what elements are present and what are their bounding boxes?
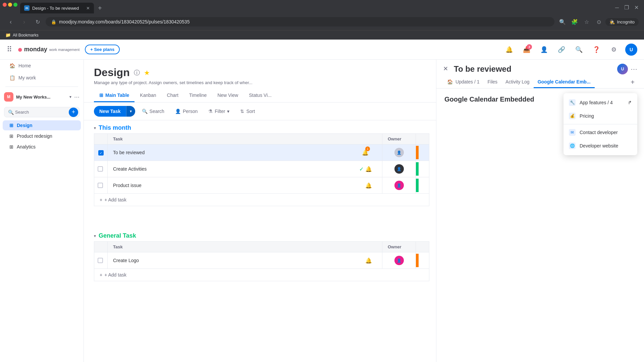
tab-kanban[interactable]: Kanban (135, 89, 161, 102)
table-row[interactable]: Product issue 🔔 👤 (94, 177, 429, 194)
integrations-icon[interactable]: 🔗 (555, 44, 568, 56)
row-checkbox-3[interactable] (94, 177, 108, 194)
dropdown-item-pricing[interactable]: 💰 Pricing (564, 109, 637, 123)
new-tab-btn[interactable]: + (95, 3, 105, 13)
minimize-btn[interactable] (8, 3, 12, 7)
forward-btn[interactable]: › (19, 16, 30, 27)
user-avatar[interactable]: U (625, 44, 637, 56)
row-checkbox-2[interactable] (94, 161, 108, 177)
tab-main-table[interactable]: ⊞ Main Table (94, 89, 135, 102)
active-tab[interactable]: m Design - To be reviewed ✕ (20, 3, 94, 13)
task-name-cell-3[interactable]: Product issue 🔔 (108, 177, 382, 194)
restore-window-btn[interactable]: ❐ (624, 4, 629, 11)
table-row[interactable]: ✓ To be reviewed 🔔 1 👤 (94, 144, 429, 161)
tab-new-view-label: New View (217, 93, 238, 98)
owner-avatar-1[interactable]: 👤 (394, 148, 404, 157)
tab-chart-label: Chart (167, 93, 178, 98)
board-star-icon[interactable]: ★ (144, 69, 150, 77)
tab-chart[interactable]: Chart (162, 89, 184, 102)
add-task-row-2[interactable]: + + Add task (94, 269, 429, 281)
notify-icon-logo[interactable]: 🔔 (365, 257, 372, 264)
panel-tab-activity[interactable]: Activity Log (501, 76, 534, 88)
new-task-dropdown-btn[interactable]: ▾ (126, 106, 135, 117)
panel-tab-files[interactable]: Files (484, 76, 502, 88)
sidebar-search-input[interactable]: Search (4, 107, 79, 117)
address-bar[interactable]: 🔒 moodjoy.monday.com/boards/1830420525/p… (46, 17, 554, 26)
close-window-btn[interactable]: ✕ (634, 4, 639, 11)
profile-circle-icon[interactable]: ⊙ (593, 16, 604, 27)
sidebar-mywork-item[interactable]: 📋 My work (3, 72, 81, 83)
dropdown-item-developer-website[interactable]: 🌐 Developer website (564, 139, 637, 153)
group-title-general-task[interactable]: General Task (99, 232, 136, 239)
group-title-this-month[interactable]: This month (99, 124, 131, 131)
workspace-chevron-icon: ▾ (69, 95, 71, 99)
dropdown-item-contact[interactable]: ✉ Contact developer (564, 126, 637, 139)
add-task-row-1[interactable]: + + Add task (94, 194, 429, 206)
minimize-window-btn[interactable]: ─ (615, 5, 619, 11)
board-item-analytics[interactable]: ⊞ Analytics (3, 142, 81, 152)
checkbox-unchecked-3[interactable] (98, 183, 103, 188)
dropdown-item-label-contact: Contact developer (580, 130, 618, 135)
workspace-more-icon[interactable]: ⋯ (74, 94, 79, 100)
new-task-btn[interactable]: New Task (94, 106, 126, 117)
panel-tab-gcal[interactable]: Google Calendar Emb... (534, 76, 595, 88)
row-checkbox[interactable]: ✓ (94, 144, 108, 161)
maximize-btn[interactable] (13, 3, 17, 7)
tab-timeline[interactable]: Timeline (184, 89, 212, 102)
tab-new-view[interactable]: New View (212, 89, 244, 102)
tab-close-icon[interactable]: ✕ (86, 6, 90, 11)
checkbox-logo[interactable] (98, 258, 103, 263)
people-icon[interactable]: 👤 (538, 44, 550, 56)
notify-icon-2[interactable]: 🔔 (365, 166, 372, 172)
sidebar-home-item[interactable]: 🏠 Home (3, 60, 81, 71)
bell-icon[interactable]: 🔔 (503, 44, 515, 56)
tab-status-vi[interactable]: Status Vi... (244, 89, 277, 102)
group-collapse-icon-2[interactable]: ▾ (94, 234, 96, 238)
board-item-design[interactable]: ⊞ Design (3, 120, 81, 130)
inbox-icon[interactable]: 📥 3 (521, 44, 533, 56)
panel-content-title-text: Google Calendar Embedded (444, 96, 534, 103)
search-toolbar-btn[interactable]: 🔍 Search (138, 106, 168, 116)
status-cell-logo (416, 252, 429, 269)
panel-close-btn[interactable]: ✕ (443, 65, 448, 72)
panel-tab-updates[interactable]: 🏠 Updates / 1 (443, 76, 484, 88)
sort-toolbar-btn[interactable]: ⇅ Sort (236, 106, 259, 116)
table-row[interactable]: Create Activities ✓ 🔔 👤 (94, 161, 429, 177)
group-collapse-icon[interactable]: ▾ (94, 126, 96, 130)
panel-more-options-btn[interactable]: ⋯ (631, 65, 637, 73)
dropdown-item-label-app: App features / 4 (580, 100, 613, 105)
sidebar-add-btn[interactable]: + (69, 108, 78, 117)
search-top-icon[interactable]: 🔍 (573, 44, 585, 56)
filter-toolbar-btn[interactable]: ⚗ Filter ▾ (204, 106, 233, 116)
reload-btn[interactable]: ↻ (32, 16, 43, 27)
bookmark-icon[interactable]: ☆ (581, 16, 592, 27)
person-toolbar-btn[interactable]: 👤 Person (171, 106, 202, 116)
col-task-2: Task (108, 242, 382, 252)
back-btn[interactable]: ‹ (5, 16, 16, 27)
panel-tab-add-btn[interactable]: + (628, 77, 637, 87)
owner-avatar-3[interactable]: 👤 (394, 181, 404, 190)
task-name-cell-2[interactable]: Create Activities ✓ 🔔 (108, 161, 382, 177)
bookmarks-label[interactable]: All Bookmarks (13, 33, 39, 38)
owner-avatar-2[interactable]: 👤 (394, 164, 404, 174)
owner-avatar-logo[interactable]: 👤 (394, 256, 404, 265)
notify-icon-3[interactable]: 🔔 (365, 182, 372, 189)
apps-grid-icon[interactable]: ⠿ (7, 45, 12, 54)
task-name-cell-logo[interactable]: Create Logo 🔔 (108, 252, 382, 269)
row-checkbox-logo[interactable] (94, 252, 108, 269)
task-name-cell[interactable]: To be reviewed 🔔 1 (108, 144, 382, 161)
workspace-section[interactable]: M My New Works... ▾ ⋯ (0, 89, 84, 104)
board-info-icon[interactable]: ⓘ (134, 69, 140, 77)
dropdown-item-app-features[interactable]: 🔧 App features / 4 ↱ (564, 96, 637, 109)
checkbox-unchecked[interactable] (98, 166, 103, 172)
table-row-create-logo[interactable]: Create Logo 🔔 👤 (94, 252, 429, 269)
board-item-product[interactable]: ⊞ Product redesign (3, 131, 81, 141)
extensions-icon[interactable]: 🧩 (569, 16, 580, 27)
incognito-btn[interactable]: 🕵️ Incognito (605, 18, 639, 26)
checkbox-checked[interactable]: ✓ (98, 150, 104, 156)
close-btn[interactable] (3, 3, 7, 7)
see-plans-btn[interactable]: + See plans (85, 45, 120, 54)
help-icon[interactable]: ❓ (590, 44, 602, 56)
search-web-icon[interactable]: 🔍 (557, 16, 568, 27)
settings-top-icon[interactable]: ⚙ (608, 44, 620, 56)
